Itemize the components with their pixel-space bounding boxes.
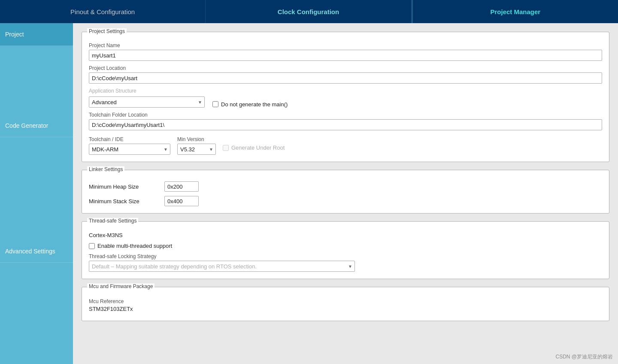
top-navigation: Pinout & Configuration Clock Configurati… bbox=[0, 0, 618, 23]
app-structure-row: Advanced Basic ▼ Do not generate the mai… bbox=[89, 96, 602, 108]
app-structure-select-wrapper: Advanced Basic ▼ bbox=[89, 96, 205, 108]
toolchain-ide-select[interactable]: MDK-ARM IAR GCC bbox=[89, 144, 170, 155]
tab-project[interactable]: Project Manager bbox=[413, 0, 618, 23]
min-version-select[interactable]: V5.32 V5.31 V5.30 bbox=[177, 144, 216, 155]
toolchain-folder-label: Toolchain Folder Location bbox=[89, 112, 602, 118]
min-stack-input[interactable] bbox=[164, 196, 199, 206]
generate-under-root-label: Generate Under Root bbox=[231, 144, 285, 151]
content-area: Project Settings Project Name Project Lo… bbox=[73, 23, 618, 364]
sidebar-spacer bbox=[0, 263, 73, 364]
min-heap-input[interactable] bbox=[164, 181, 199, 192]
linker-settings-title: Linker Settings bbox=[87, 166, 124, 172]
locking-strategy-select[interactable]: Default – Mapping suitable strategy depe… bbox=[89, 261, 355, 272]
watermark: CSDN @罗迪尼亚的熔岩 bbox=[555, 353, 613, 361]
toolchain-ide-group: Toolchain / IDE MDK-ARM IAR GCC ▼ bbox=[89, 133, 170, 155]
do-not-generate-checkbox[interactable] bbox=[212, 101, 218, 107]
locking-strategy-label: Thread-safe Locking Strategy bbox=[89, 253, 602, 259]
tab-clock[interactable]: Clock Configuration bbox=[206, 0, 411, 23]
do-not-generate-label: Do not generate the main() bbox=[221, 101, 288, 108]
project-settings-title: Project Settings bbox=[87, 28, 127, 34]
project-settings-group: Project Settings Project Name Project Lo… bbox=[82, 32, 609, 162]
enable-multithread-checkbox[interactable] bbox=[89, 243, 95, 249]
thread-safe-settings-title: Thread-safe Settings bbox=[87, 218, 138, 224]
min-heap-row: Minimum Heap Size bbox=[89, 181, 602, 192]
linker-settings-group: Linker Settings Minimum Heap Size Minimu… bbox=[82, 170, 609, 214]
project-location-label: Project Location bbox=[89, 65, 602, 71]
sidebar-item-code-generator[interactable]: Code Generator bbox=[0, 114, 73, 137]
tab-pinout[interactable]: Pinout & Configuration bbox=[0, 0, 206, 23]
main-layout: Project Code Generator Advanced Settings… bbox=[0, 23, 618, 364]
mcu-reference-label: Mcu Reference bbox=[89, 298, 602, 304]
project-name-input[interactable] bbox=[89, 50, 602, 61]
toolchain-ide-label: Toolchain / IDE bbox=[89, 136, 170, 142]
thread-safe-settings-group: Thread-safe Settings Cortex-M3NS Enable … bbox=[82, 221, 609, 279]
sidebar: Project Code Generator Advanced Settings bbox=[0, 23, 73, 364]
app-structure-select[interactable]: Advanced Basic bbox=[89, 96, 205, 108]
enable-multithread-row: Enable multi-threaded support bbox=[89, 243, 602, 249]
enable-multithread-label: Enable multi-threaded support bbox=[97, 243, 172, 249]
project-name-label: Project Name bbox=[89, 42, 602, 48]
toolchain-folder-input[interactable] bbox=[89, 119, 602, 130]
app-structure-label: Application Structure bbox=[89, 88, 602, 94]
sidebar-item-project[interactable]: Project bbox=[0, 23, 73, 46]
min-heap-label: Minimum Heap Size bbox=[89, 184, 158, 190]
locking-strategy-select-wrapper: Default – Mapping suitable strategy depe… bbox=[89, 261, 355, 272]
toolchain-ide-select-wrapper: MDK-ARM IAR GCC ▼ bbox=[89, 144, 170, 155]
min-version-label: Min Version bbox=[177, 136, 216, 142]
toolchain-row: Toolchain / IDE MDK-ARM IAR GCC ▼ Min Ve… bbox=[89, 133, 602, 155]
sidebar-item-advanced-settings[interactable]: Advanced Settings bbox=[0, 240, 73, 263]
do-not-generate-row: Do not generate the main() bbox=[212, 101, 288, 108]
min-version-select-wrapper: V5.32 V5.31 V5.30 ▼ bbox=[177, 144, 216, 155]
mcu-firmware-group: Mcu and Firmware Package Mcu Reference S… bbox=[82, 287, 609, 321]
generate-under-root-row: Generate Under Root bbox=[223, 144, 285, 151]
cortex-label: Cortex-M3NS bbox=[89, 232, 123, 238]
generate-under-root-checkbox[interactable] bbox=[223, 145, 229, 151]
min-stack-label: Minimum Stack Size bbox=[89, 198, 158, 205]
project-location-input[interactable] bbox=[89, 72, 602, 84]
min-version-group: Min Version V5.32 V5.31 V5.30 ▼ bbox=[177, 133, 216, 155]
mcu-reference-value: STM32F103ZETx bbox=[89, 306, 602, 312]
min-stack-row: Minimum Stack Size bbox=[89, 196, 602, 206]
mcu-firmware-title: Mcu and Firmware Package bbox=[87, 283, 154, 289]
